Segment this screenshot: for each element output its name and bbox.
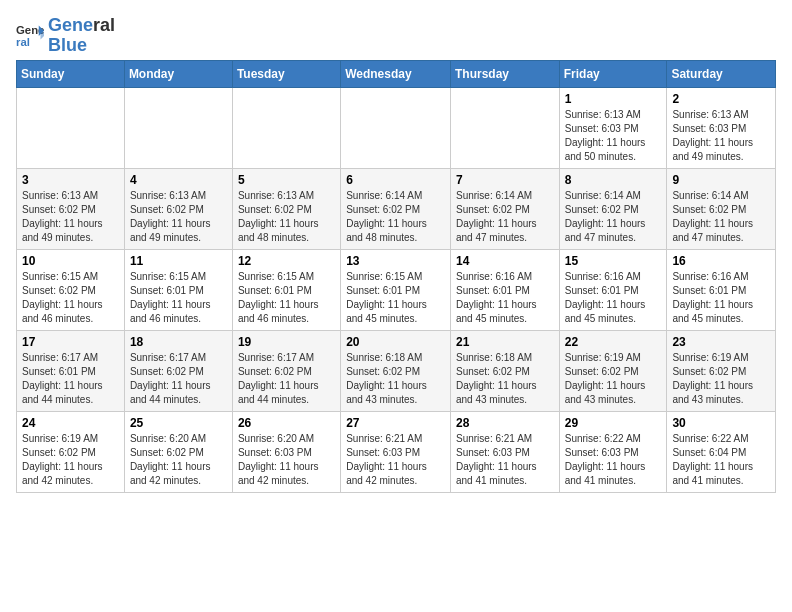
calendar-day: 1Sunrise: 6:13 AM Sunset: 6:03 PM Daylig… <box>559 87 667 168</box>
calendar-day: 6Sunrise: 6:14 AM Sunset: 6:02 PM Daylig… <box>341 168 451 249</box>
day-number: 5 <box>238 173 335 187</box>
calendar-day: 16Sunrise: 6:16 AM Sunset: 6:01 PM Dayli… <box>667 249 776 330</box>
day-info: Sunrise: 6:17 AM Sunset: 6:01 PM Dayligh… <box>22 351 119 407</box>
day-number: 13 <box>346 254 445 268</box>
weekday-header: Saturday <box>667 60 776 87</box>
weekday-header: Thursday <box>450 60 559 87</box>
calendar-day: 26Sunrise: 6:20 AM Sunset: 6:03 PM Dayli… <box>232 411 340 492</box>
calendar-day: 19Sunrise: 6:17 AM Sunset: 6:02 PM Dayli… <box>232 330 340 411</box>
calendar-day: 7Sunrise: 6:14 AM Sunset: 6:02 PM Daylig… <box>450 168 559 249</box>
day-info: Sunrise: 6:13 AM Sunset: 6:03 PM Dayligh… <box>565 108 662 164</box>
day-info: Sunrise: 6:14 AM Sunset: 6:02 PM Dayligh… <box>565 189 662 245</box>
calendar-day <box>450 87 559 168</box>
calendar-day: 27Sunrise: 6:21 AM Sunset: 6:03 PM Dayli… <box>341 411 451 492</box>
calendar-day: 9Sunrise: 6:14 AM Sunset: 6:02 PM Daylig… <box>667 168 776 249</box>
calendar-table: SundayMondayTuesdayWednesdayThursdayFrid… <box>16 60 776 493</box>
calendar-day: 12Sunrise: 6:15 AM Sunset: 6:01 PM Dayli… <box>232 249 340 330</box>
day-info: Sunrise: 6:18 AM Sunset: 6:02 PM Dayligh… <box>346 351 445 407</box>
calendar-day: 8Sunrise: 6:14 AM Sunset: 6:02 PM Daylig… <box>559 168 667 249</box>
day-info: Sunrise: 6:17 AM Sunset: 6:02 PM Dayligh… <box>238 351 335 407</box>
day-number: 1 <box>565 92 662 106</box>
calendar-week: 3Sunrise: 6:13 AM Sunset: 6:02 PM Daylig… <box>17 168 776 249</box>
calendar-day: 30Sunrise: 6:22 AM Sunset: 6:04 PM Dayli… <box>667 411 776 492</box>
calendar-day: 23Sunrise: 6:19 AM Sunset: 6:02 PM Dayli… <box>667 330 776 411</box>
day-number: 17 <box>22 335 119 349</box>
day-number: 12 <box>238 254 335 268</box>
day-info: Sunrise: 6:13 AM Sunset: 6:03 PM Dayligh… <box>672 108 770 164</box>
day-number: 10 <box>22 254 119 268</box>
weekday-header: Monday <box>124 60 232 87</box>
calendar-day: 21Sunrise: 6:18 AM Sunset: 6:02 PM Dayli… <box>450 330 559 411</box>
calendar-week: 1Sunrise: 6:13 AM Sunset: 6:03 PM Daylig… <box>17 87 776 168</box>
day-info: Sunrise: 6:19 AM Sunset: 6:02 PM Dayligh… <box>22 432 119 488</box>
day-info: Sunrise: 6:20 AM Sunset: 6:03 PM Dayligh… <box>238 432 335 488</box>
calendar-day: 22Sunrise: 6:19 AM Sunset: 6:02 PM Dayli… <box>559 330 667 411</box>
day-number: 8 <box>565 173 662 187</box>
day-number: 2 <box>672 92 770 106</box>
logo-icon: Gene ral <box>16 22 44 50</box>
calendar-week: 10Sunrise: 6:15 AM Sunset: 6:02 PM Dayli… <box>17 249 776 330</box>
day-info: Sunrise: 6:16 AM Sunset: 6:01 PM Dayligh… <box>456 270 554 326</box>
day-number: 11 <box>130 254 227 268</box>
day-number: 16 <box>672 254 770 268</box>
day-info: Sunrise: 6:15 AM Sunset: 6:01 PM Dayligh… <box>130 270 227 326</box>
day-number: 29 <box>565 416 662 430</box>
day-number: 21 <box>456 335 554 349</box>
day-info: Sunrise: 6:21 AM Sunset: 6:03 PM Dayligh… <box>346 432 445 488</box>
calendar-day <box>232 87 340 168</box>
day-number: 28 <box>456 416 554 430</box>
day-info: Sunrise: 6:18 AM Sunset: 6:02 PM Dayligh… <box>456 351 554 407</box>
day-number: 4 <box>130 173 227 187</box>
day-number: 27 <box>346 416 445 430</box>
day-number: 20 <box>346 335 445 349</box>
calendar-day <box>124 87 232 168</box>
calendar-day: 17Sunrise: 6:17 AM Sunset: 6:01 PM Dayli… <box>17 330 125 411</box>
calendar-day <box>341 87 451 168</box>
day-number: 22 <box>565 335 662 349</box>
calendar-day: 25Sunrise: 6:20 AM Sunset: 6:02 PM Dayli… <box>124 411 232 492</box>
day-info: Sunrise: 6:14 AM Sunset: 6:02 PM Dayligh… <box>672 189 770 245</box>
day-number: 9 <box>672 173 770 187</box>
day-info: Sunrise: 6:13 AM Sunset: 6:02 PM Dayligh… <box>130 189 227 245</box>
calendar-week: 24Sunrise: 6:19 AM Sunset: 6:02 PM Dayli… <box>17 411 776 492</box>
day-info: Sunrise: 6:22 AM Sunset: 6:03 PM Dayligh… <box>565 432 662 488</box>
day-info: Sunrise: 6:15 AM Sunset: 6:01 PM Dayligh… <box>346 270 445 326</box>
weekday-header: Tuesday <box>232 60 340 87</box>
day-info: Sunrise: 6:13 AM Sunset: 6:02 PM Dayligh… <box>22 189 119 245</box>
calendar-day: 24Sunrise: 6:19 AM Sunset: 6:02 PM Dayli… <box>17 411 125 492</box>
day-number: 3 <box>22 173 119 187</box>
day-number: 15 <box>565 254 662 268</box>
day-info: Sunrise: 6:14 AM Sunset: 6:02 PM Dayligh… <box>456 189 554 245</box>
day-number: 19 <box>238 335 335 349</box>
calendar-day: 28Sunrise: 6:21 AM Sunset: 6:03 PM Dayli… <box>450 411 559 492</box>
calendar-day: 18Sunrise: 6:17 AM Sunset: 6:02 PM Dayli… <box>124 330 232 411</box>
day-number: 23 <box>672 335 770 349</box>
weekday-header: Sunday <box>17 60 125 87</box>
day-number: 14 <box>456 254 554 268</box>
calendar-day: 11Sunrise: 6:15 AM Sunset: 6:01 PM Dayli… <box>124 249 232 330</box>
day-number: 26 <box>238 416 335 430</box>
calendar-day: 2Sunrise: 6:13 AM Sunset: 6:03 PM Daylig… <box>667 87 776 168</box>
day-info: Sunrise: 6:21 AM Sunset: 6:03 PM Dayligh… <box>456 432 554 488</box>
calendar-day: 15Sunrise: 6:16 AM Sunset: 6:01 PM Dayli… <box>559 249 667 330</box>
day-number: 25 <box>130 416 227 430</box>
day-info: Sunrise: 6:19 AM Sunset: 6:02 PM Dayligh… <box>672 351 770 407</box>
day-number: 7 <box>456 173 554 187</box>
weekday-header: Friday <box>559 60 667 87</box>
day-info: Sunrise: 6:16 AM Sunset: 6:01 PM Dayligh… <box>565 270 662 326</box>
day-info: Sunrise: 6:16 AM Sunset: 6:01 PM Dayligh… <box>672 270 770 326</box>
calendar-week: 17Sunrise: 6:17 AM Sunset: 6:01 PM Dayli… <box>17 330 776 411</box>
day-info: Sunrise: 6:22 AM Sunset: 6:04 PM Dayligh… <box>672 432 770 488</box>
calendar-header: SundayMondayTuesdayWednesdayThursdayFrid… <box>17 60 776 87</box>
day-number: 6 <box>346 173 445 187</box>
day-info: Sunrise: 6:15 AM Sunset: 6:01 PM Dayligh… <box>238 270 335 326</box>
calendar-day: 4Sunrise: 6:13 AM Sunset: 6:02 PM Daylig… <box>124 168 232 249</box>
day-info: Sunrise: 6:20 AM Sunset: 6:02 PM Dayligh… <box>130 432 227 488</box>
calendar-day <box>17 87 125 168</box>
calendar-day: 3Sunrise: 6:13 AM Sunset: 6:02 PM Daylig… <box>17 168 125 249</box>
calendar-day: 5Sunrise: 6:13 AM Sunset: 6:02 PM Daylig… <box>232 168 340 249</box>
logo-text: GeneralBlue <box>48 16 115 56</box>
day-info: Sunrise: 6:13 AM Sunset: 6:02 PM Dayligh… <box>238 189 335 245</box>
page-header: Gene ral GeneralBlue <box>16 16 776 56</box>
day-number: 18 <box>130 335 227 349</box>
